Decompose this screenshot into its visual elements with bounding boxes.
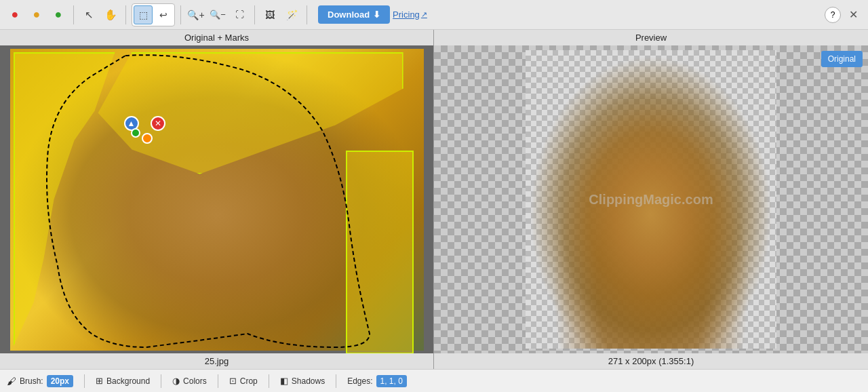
close-window-btn[interactable]: ●	[5, 5, 24, 24]
preview-person	[526, 50, 776, 349]
bottom-sep-2	[161, 374, 161, 388]
download-icon: ⬇	[373, 9, 380, 20]
colors-icon: ◑	[172, 376, 180, 386]
help-button[interactable]: ?	[825, 7, 841, 23]
handle-close[interactable]: ✕	[151, 116, 165, 131]
image-container: ▲ ✕	[10, 49, 424, 351]
zoom-out-btn[interactable]: 🔍−	[208, 5, 227, 24]
yellow-region-right	[346, 151, 414, 354]
preview-area: Original ClippingMagic.com	[434, 45, 868, 353]
help-label: ?	[831, 10, 835, 20]
hand-tool-btn[interactable]: ✋	[101, 5, 120, 24]
crop-label: Crop	[240, 376, 258, 386]
download-label: Download	[328, 9, 370, 20]
right-panel: Preview Original ClippingMagic.com 271 x…	[434, 30, 868, 369]
handle-green[interactable]	[131, 128, 140, 138]
brush-label: Brush:	[20, 376, 43, 386]
colors-label: Colors	[183, 376, 207, 386]
zoom-in-btn[interactable]: 🔍+	[186, 5, 205, 24]
edges-label: Edges:	[347, 376, 372, 386]
preview-dimensions: 271 x 200px (1.355:1)	[434, 353, 868, 369]
bottom-sep-5	[336, 374, 336, 388]
shadows-control[interactable]: ◧ Shadows	[280, 376, 325, 386]
original-button[interactable]: Original	[821, 51, 863, 67]
canvas-area[interactable]: ▲ ✕	[0, 45, 433, 353]
shadows-icon: ◧	[280, 376, 288, 386]
right-panel-title: Preview	[434, 30, 868, 45]
brush-control: 🖌 Brush: 20px	[7, 375, 73, 387]
left-filename: 25.jpg	[0, 353, 433, 369]
download-button[interactable]: Download ⬇	[318, 5, 390, 24]
bottom-sep-1	[84, 374, 85, 388]
external-link-icon: ↗	[421, 10, 427, 19]
bottom-sep-3	[218, 374, 218, 388]
undo-btn[interactable]: ↩	[154, 5, 173, 24]
preview-image: ClippingMagic.com	[526, 50, 776, 349]
brush-icon: 🖌	[7, 376, 16, 387]
crop-control[interactable]: ⊡ Crop	[229, 376, 258, 386]
handle-orange[interactable]	[142, 133, 153, 144]
toolbar: ● ● ● ↖ ✋ ⬚ ↩ 🔍+ 🔍− ⛶ 🖼 🪄 Download ⬇ Pri…	[0, 0, 868, 30]
hair-tool-btn[interactable]: 🪄	[282, 5, 301, 24]
brush-size-badge[interactable]: 20px	[47, 375, 73, 387]
separator-2	[125, 5, 126, 24]
maximize-window-btn[interactable]: ●	[49, 5, 68, 24]
edges-value-badge[interactable]: 1, 1, 0	[376, 375, 407, 387]
image-tool-btn[interactable]: 🖼	[260, 5, 279, 24]
pointer-tool-btn[interactable]: ↖	[79, 5, 98, 24]
crop-icon: ⊡	[229, 376, 237, 386]
select-tool-btn[interactable]: ⬚	[134, 5, 153, 24]
window-close-button[interactable]: ✕	[844, 5, 863, 24]
separator-4	[254, 5, 255, 24]
bottom-sep-4	[269, 374, 269, 388]
pricing-label: Pricing	[393, 9, 420, 20]
left-panel: Original + Marks ▲ ✕	[0, 30, 434, 369]
bottom-bar: 🖌 Brush: 20px ⊞ Background ◑ Colors ⊡ Cr…	[0, 369, 868, 392]
background-label: Background	[106, 376, 150, 386]
background-control[interactable]: ⊞ Background	[96, 376, 150, 386]
colors-control[interactable]: ◑ Colors	[172, 376, 207, 386]
selection-tool-group: ⬚ ↩	[132, 3, 175, 26]
main-content: Original + Marks ▲ ✕	[0, 30, 868, 369]
shadows-label: Shadows	[292, 376, 325, 386]
edges-control: Edges: 1, 1, 0	[347, 375, 407, 387]
separator-1	[73, 5, 74, 24]
pricing-button[interactable]: Pricing ↗	[393, 9, 427, 20]
fit-btn[interactable]: ⛶	[230, 5, 249, 24]
separator-3	[180, 5, 181, 24]
left-panel-title: Original + Marks	[0, 30, 433, 45]
separator-5	[307, 5, 307, 24]
minimize-window-btn[interactable]: ●	[27, 5, 46, 24]
background-icon: ⊞	[96, 376, 103, 386]
